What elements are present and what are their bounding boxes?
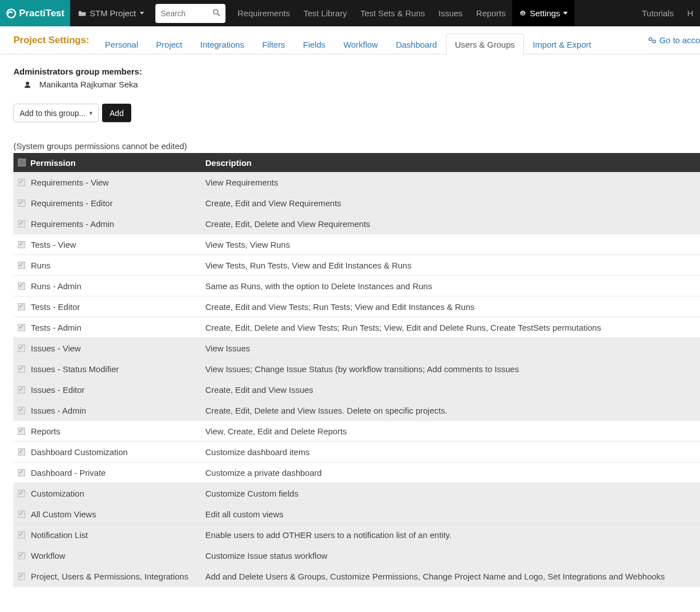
svg-point-6 — [649, 38, 652, 40]
permission-name: Issues - Admin — [31, 406, 86, 415]
nav-item-label: Settings — [529, 8, 560, 18]
subnav-tabs: PersonalProjectIntegrationsFiltersFields… — [96, 26, 600, 54]
member-name: Manikanta Rajkumar Seka — [39, 80, 138, 89]
permission-description: View Issues — [204, 344, 700, 353]
tab-users-groups[interactable]: Users & Groups — [446, 34, 524, 55]
nav-item-test-sets-runs[interactable]: Test Sets & Runs — [353, 0, 431, 26]
permission-name: Tests - Editor — [31, 302, 80, 312]
permission-description: View Issues; Change Issue Status (by wor… — [204, 364, 700, 374]
nav-right-h[interactable]: H — [680, 0, 700, 26]
member-row: Manikanta Rajkumar Seka — [13, 80, 700, 89]
brand-icon — [6, 8, 17, 19]
project-name: STM Project — [90, 8, 136, 18]
permission-checkbox — [18, 386, 25, 393]
nav-item-issues[interactable]: Issues — [432, 0, 469, 26]
permission-name: Issues - View — [31, 344, 81, 353]
permission-row: ReportsView, Create, Edit and Delete Rep… — [13, 421, 700, 442]
nav-item-label: Issues — [439, 8, 463, 18]
permission-description: View Requirements — [204, 178, 700, 187]
main-content: Administrators group members: Manikanta … — [0, 54, 700, 587]
system-groups-note: (System groups permissions cannot be edi… — [13, 141, 700, 151]
group-members-title: Administrators group members: — [13, 67, 700, 76]
permission-name: Issues - Editor — [31, 385, 85, 395]
permission-name: Requirements - Editor — [31, 198, 113, 208]
tab-fields[interactable]: Fields — [294, 34, 334, 55]
svg-point-5 — [522, 12, 523, 13]
permission-name: Requirements - View — [31, 178, 109, 187]
permission-row: RunsView Tests, Run Tests, View and Edit… — [13, 255, 700, 276]
permission-row: All Custom ViewsEdit all custom views — [13, 504, 700, 525]
permission-name: Issues - Status Modifier — [31, 364, 119, 374]
search-wrap — [152, 0, 231, 26]
permission-row: Runs - AdminSame as Runs, with the optio… — [13, 276, 700, 296]
permission-checkbox — [18, 200, 25, 207]
permission-name: Notification List — [31, 530, 88, 540]
permission-row: WorkflowCustomize Issue status workflow — [13, 545, 700, 566]
nav-item-settings[interactable]: Settings — [512, 0, 574, 26]
tab-personal[interactable]: Personal — [96, 34, 147, 55]
tab-integrations[interactable]: Integrations — [191, 34, 253, 55]
permission-row: Tests - AdminCreate, Edit, Delete and Vi… — [13, 317, 700, 338]
permission-description: Customize Issue status workflow — [204, 551, 700, 560]
nav-item-test-library[interactable]: Test Library — [297, 0, 354, 26]
user-icon — [24, 81, 31, 89]
tab-project[interactable]: Project — [147, 34, 191, 55]
permission-row: Issues - AdminCreate, Edit, Delete and V… — [13, 400, 700, 421]
select-all-checkbox[interactable] — [18, 159, 26, 166]
go-to-account-link[interactable]: Go to acco — [648, 35, 700, 45]
permission-name: All Custom Views — [31, 509, 96, 519]
add-to-group-placeholder: Add to this group... — [20, 109, 86, 118]
permission-description: Customize a private dashboard — [204, 468, 700, 477]
topnav-items: RequirementsTest LibraryTest Sets & Runs… — [231, 0, 574, 26]
permission-description: Enable users to add OTHER users to a not… — [204, 530, 700, 540]
nav-item-reports[interactable]: Reports — [469, 0, 513, 26]
permission-description: View Tests, Run Tests, View and Edit Ins… — [204, 261, 700, 270]
permission-name: Runs - Admin — [31, 281, 81, 291]
permission-checkbox — [18, 407, 25, 414]
permission-description: View, Create, Edit and Delete Reports — [204, 426, 700, 436]
subnav-title: Project Settings: — [13, 35, 89, 46]
permission-checkbox — [18, 324, 25, 331]
nav-right-tutorials[interactable]: Tutorials — [635, 0, 680, 26]
permission-name: Project, Users & Permissions, Integratio… — [31, 572, 188, 581]
permission-name: Tests - Admin — [31, 323, 81, 332]
svg-point-7 — [653, 40, 656, 43]
permission-name: Dashboard Customization — [31, 447, 128, 457]
permission-description: Create, Edit and View Tests; Run Tests; … — [204, 302, 700, 312]
header-permission: Permission — [30, 158, 76, 168]
project-selector[interactable]: STM Project — [70, 0, 152, 26]
permission-name: Customization — [31, 489, 84, 498]
permission-description: View Tests, View Runs — [204, 240, 700, 249]
permission-name: Tests - View — [31, 240, 76, 249]
nav-item-requirements[interactable]: Requirements — [231, 0, 297, 26]
permission-checkbox — [18, 345, 25, 352]
add-button[interactable]: Add — [102, 104, 132, 122]
nav-item-label: Test Library — [303, 8, 347, 18]
add-to-group-select[interactable]: Add to this group... — [13, 104, 99, 122]
gear-icon — [519, 10, 527, 17]
nav-item-label: Requirements — [238, 8, 290, 18]
permission-name: Requirements - Admin — [31, 219, 114, 229]
tab-import-export[interactable]: Import & Export — [524, 34, 600, 55]
permission-description: Create, Edit, Delete and View Tests; Run… — [204, 323, 700, 332]
permission-description: Same as Runs, with the option to Delete … — [204, 281, 700, 291]
top-nav: PractiTest STM Project RequirementsTest … — [0, 0, 700, 26]
brand-logo[interactable]: PractiTest — [0, 0, 70, 26]
tab-filters[interactable]: Filters — [253, 34, 294, 55]
header-description: Description — [204, 158, 700, 168]
brand-text: PractiTest — [19, 8, 65, 19]
search-icon[interactable] — [212, 8, 221, 18]
permission-checkbox — [18, 220, 25, 228]
permission-checkbox — [18, 262, 25, 269]
permission-row: Tests - EditorCreate, Edit and View Test… — [13, 296, 700, 317]
permission-checkbox — [18, 282, 25, 290]
permission-row: CustomizationCustomize Custom fields — [13, 483, 700, 504]
permission-checkbox — [18, 490, 25, 497]
permission-checkbox — [18, 573, 25, 580]
permission-description: Add and Delete Users & Groups, Customize… — [204, 572, 700, 581]
tab-dashboard[interactable]: Dashboard — [387, 34, 446, 55]
permission-checkbox — [18, 303, 25, 310]
permission-description: Create, Edit, Delete and View Issues. De… — [204, 406, 700, 415]
tab-workflow[interactable]: Workflow — [334, 34, 386, 55]
permission-description: Create, Edit and View Requirements — [204, 198, 700, 208]
